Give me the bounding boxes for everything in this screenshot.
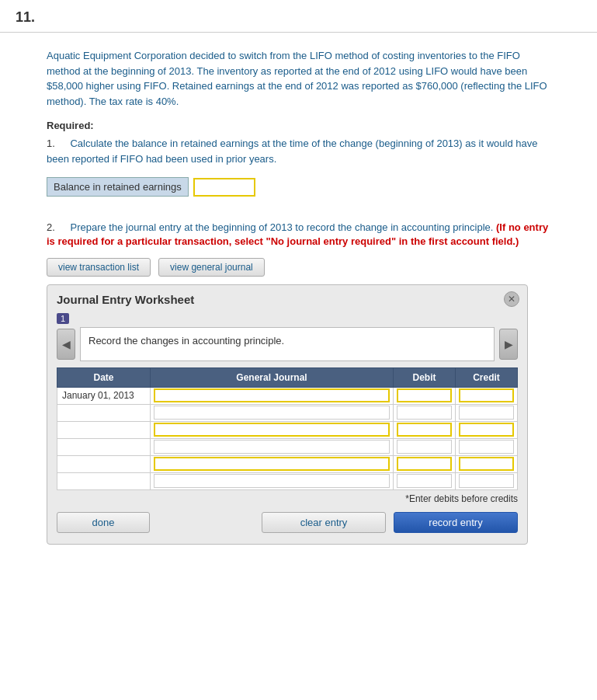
journal-cell-6[interactable] <box>151 472 394 489</box>
debit-cell-1[interactable] <box>394 387 456 404</box>
journal-cell-4[interactable] <box>151 438 394 455</box>
credit-cell-4[interactable] <box>456 438 518 455</box>
required-label: Required: <box>47 120 550 131</box>
journal-input-6[interactable] <box>154 474 390 488</box>
date-cell-6 <box>57 472 151 489</box>
description-text: Record the changes in accounting princip… <box>89 335 284 347</box>
table-row <box>57 438 518 455</box>
nav-row: ◀ Record the changes in accounting princ… <box>57 327 518 361</box>
entry-number-badge: 1 <box>57 313 69 324</box>
credit-input-3[interactable] <box>459 423 514 437</box>
debit-cell-2[interactable] <box>394 404 456 421</box>
date-cell-3 <box>57 421 151 438</box>
problem-number-text: 11. <box>16 9 35 25</box>
table-row: January 01, 2013 <box>57 387 518 404</box>
view-general-journal-button[interactable]: view general journal <box>158 258 265 277</box>
close-button[interactable]: ✕ <box>504 291 519 307</box>
credit-cell-6[interactable] <box>456 472 518 489</box>
header-general-journal: General Journal <box>151 367 394 387</box>
q2-number-label: 2. <box>47 221 55 233</box>
debit-input-3[interactable] <box>397 423 452 437</box>
date-cell-2 <box>57 404 151 421</box>
date-cell-1: January 01, 2013 <box>57 387 151 404</box>
prev-button[interactable]: ◀ <box>57 329 75 360</box>
journal-cell-5[interactable] <box>151 455 394 472</box>
journal-table: Date General Journal Debit Credit Januar… <box>57 367 518 490</box>
table-row <box>57 404 518 421</box>
journal-worksheet: Journal Entry Worksheet ✕ 1 ◀ Record the… <box>47 284 528 545</box>
debit-cell-3[interactable] <box>394 421 456 438</box>
credit-input-2[interactable] <box>459 406 514 420</box>
journal-input-3[interactable] <box>154 423 390 437</box>
problem-number: 11. <box>0 0 597 33</box>
credit-cell-5[interactable] <box>456 455 518 472</box>
debit-input-1[interactable] <box>397 388 452 402</box>
header-credit: Credit <box>456 367 518 387</box>
table-row <box>57 421 518 438</box>
next-button[interactable]: ▶ <box>499 329 518 360</box>
description-box: Record the changes in accounting princip… <box>80 327 495 361</box>
credit-input-5[interactable] <box>459 457 514 471</box>
credit-cell-1[interactable] <box>456 387 518 404</box>
journal-input-1[interactable] <box>154 388 390 402</box>
debit-cell-4[interactable] <box>394 438 456 455</box>
credit-cell-3[interactable] <box>456 421 518 438</box>
worksheet-title: Journal Entry Worksheet <box>57 293 518 306</box>
journal-input-2[interactable] <box>154 406 390 420</box>
q1-number: 1. <box>47 138 55 149</box>
journal-cell-3[interactable] <box>151 421 394 438</box>
debit-input-6[interactable] <box>397 474 452 488</box>
debit-cell-6[interactable] <box>394 472 456 489</box>
question-1: 1. Calculate the balance in retained ear… <box>47 136 550 166</box>
table-row <box>57 472 518 489</box>
credit-input-4[interactable] <box>459 440 514 454</box>
debit-input-4[interactable] <box>397 440 452 454</box>
header-date: Date <box>57 367 151 387</box>
table-row <box>57 455 518 472</box>
done-button[interactable]: done <box>57 512 150 533</box>
credit-input-6[interactable] <box>459 474 514 488</box>
credit-cell-2[interactable] <box>456 404 518 421</box>
debit-input-2[interactable] <box>397 406 452 420</box>
button-row: view transaction list view general journ… <box>47 258 550 277</box>
balance-input[interactable] <box>193 178 255 197</box>
question-2-section: 2. Prepare the journal entry at the begi… <box>47 220 550 545</box>
date-cell-5 <box>57 455 151 472</box>
q1-text: Calculate the balance in retained earnin… <box>47 138 537 165</box>
journal-cell-1[interactable] <box>151 387 394 404</box>
hint-text: *Enter debits before credits <box>57 493 518 504</box>
table-header-row: Date General Journal Debit Credit <box>57 367 518 387</box>
q2-text-normal: Prepare the journal entry at the beginni… <box>70 221 493 233</box>
journal-input-4[interactable] <box>154 440 390 454</box>
header-debit: Debit <box>394 367 456 387</box>
balance-row: Balance in retained earnings <box>47 177 550 197</box>
credit-input-1[interactable] <box>459 388 514 402</box>
journal-input-5[interactable] <box>154 457 390 471</box>
debit-input-5[interactable] <box>397 457 452 471</box>
q2-number: 2. Prepare the journal entry at the begi… <box>47 220 550 247</box>
balance-label: Balance in retained earnings <box>47 177 189 197</box>
clear-entry-button[interactable]: clear entry <box>262 512 386 533</box>
problem-description: Aquatic Equipment Corporation decided to… <box>47 48 550 109</box>
date-cell-4 <box>57 438 151 455</box>
debit-cell-5[interactable] <box>394 455 456 472</box>
journal-cell-2[interactable] <box>151 404 394 421</box>
bottom-buttons: done clear entry record entry <box>57 512 518 533</box>
view-transaction-button[interactable]: view transaction list <box>47 258 151 277</box>
record-entry-button[interactable]: record entry <box>394 512 518 533</box>
